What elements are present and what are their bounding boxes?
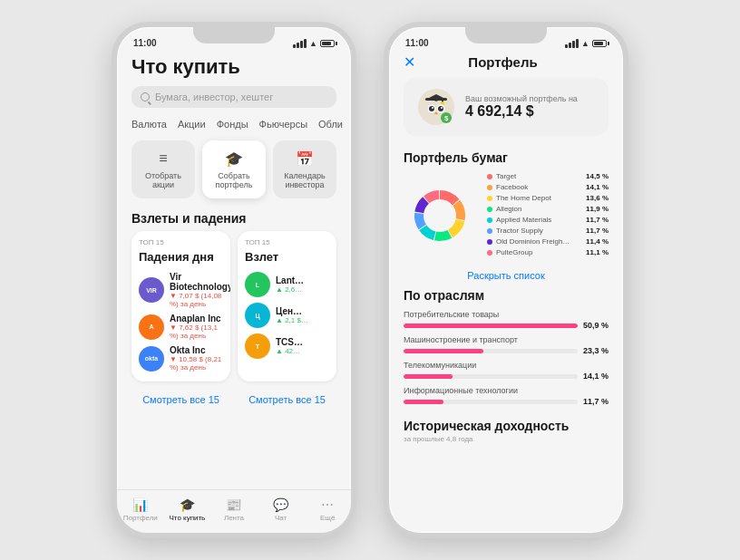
stock-item-r0[interactable]: L Lant… ▲ 2,6…: [245, 269, 329, 300]
status-icons-1: ▲: [293, 39, 335, 48]
anaplan-info: Anaplan Inc ▼ 7,62 $ (13,1 %) за день: [170, 314, 223, 340]
filter-futures[interactable]: Фьючерсы: [259, 119, 307, 130]
vir-logo: VIR: [139, 277, 164, 303]
legend-pct-4: 11,7 %: [586, 216, 609, 224]
legend-name-5: Tractor Supply: [496, 227, 582, 235]
lant-info: Lant… ▲ 2,6…: [276, 275, 329, 294]
legend-dot-0: [487, 174, 492, 179]
sectors-title: По отраслям: [404, 288, 609, 303]
legend-pct-1: 14,1 %: [586, 183, 609, 191]
okta-change: ▼ 10,58 $ (8,21 %) за день: [170, 355, 223, 372]
vir-change: ▼ 7,07 $ (14,08 %) за день: [170, 292, 223, 308]
stock-item-2[interactable]: okta Okta Inc ▼ 10,58 $ (8,21 %) за день: [139, 343, 223, 374]
legend-name-7: PulteGroup: [496, 248, 582, 256]
stock-item-r1[interactable]: Ц Цен… ▲ 2,1 $…: [245, 300, 329, 331]
phone1-header: Что купить Бумага, инвестор, хештег: [117, 50, 351, 115]
see-all-rises[interactable]: Смотреть все 15: [238, 389, 336, 410]
signal-icon: [293, 39, 307, 48]
legend-name-2: The Home Depot: [496, 194, 582, 202]
donut-chart: [404, 179, 476, 252]
legend-name-6: Old Dominion Freigh…: [496, 237, 582, 246]
nav-chat[interactable]: 💬 Чат: [258, 497, 305, 522]
close-button[interactable]: ✕: [404, 53, 415, 71]
owl-avatar: $: [416, 87, 456, 127]
time-2: 11:00: [405, 38, 429, 48]
nav-more[interactable]: ⋯ Ещё: [304, 497, 351, 522]
pick-stocks-icon: ≡: [152, 150, 174, 168]
nav-chat-label: Чат: [275, 514, 287, 522]
anaplan-change: ▼ 7,62 $ (13,1 %) за день: [170, 323, 223, 340]
sector-2: Телекоммуникации 14,1 %: [404, 361, 609, 381]
phone2-header: ✕ Портфель: [389, 50, 623, 78]
status-icons-2: ▲: [565, 39, 607, 48]
legend-dot-1: [487, 185, 492, 190]
filter-funds[interactable]: Фонды: [217, 119, 248, 130]
anaplan-logo: A: [139, 314, 164, 340]
phone-1: 11:00 ▲ Что купить Бумага, инвестор, хеш…: [112, 22, 356, 538]
search-bar[interactable]: Бумага, инвестор, хештег: [131, 86, 336, 108]
filter-bonds[interactable]: Обли: [318, 119, 343, 130]
more-nav-icon: ⋯: [321, 497, 334, 512]
legend-dot-5: [487, 228, 492, 234]
legend-dot-2: [487, 196, 492, 201]
sector-bar-row-1: 23,3 %: [404, 346, 609, 355]
action-calendar[interactable]: 📅 Календарь инвестора: [273, 140, 336, 198]
action-pick-stocks[interactable]: ≡ Отобрать акции: [131, 140, 195, 198]
tcs-logo: T: [245, 333, 270, 359]
sector-3: Информационные технологии 11,7 %: [404, 386, 609, 406]
cen-change: ▲ 2,1 $…: [276, 316, 329, 324]
sector-label-1: Машиностроение и транспорт: [404, 335, 609, 344]
legend-name-3: Allegion: [496, 205, 582, 213]
lant-change: ▲ 2,6…: [276, 285, 329, 294]
expand-link[interactable]: Раскрыть список: [389, 266, 623, 288]
sector-pct-1: 23,3 %: [583, 346, 609, 355]
nav-tape-label: Лента: [224, 514, 244, 522]
sector-bar-fill-0: [404, 323, 578, 328]
anaplan-name: Anaplan Inc: [170, 314, 223, 323]
stock-cards-row: ТОП 15 Падения дня VIR Vir Biotechnology…: [117, 231, 351, 389]
sector-bar-fill-2: [404, 374, 453, 379]
filter-tabs: Валюта Акции Фонды Фьючерсы Обли: [117, 115, 351, 137]
legend-6: Old Dominion Freigh… 11,4 %: [487, 237, 609, 246]
legend-1: Facebook 14,1 %: [487, 183, 609, 191]
legend-pct-2: 13,6 %: [586, 194, 609, 202]
rises-card: ТОП 15 Взлет L Lant… ▲ 2,6… Ц Цен… ▲ 2,1…: [238, 231, 336, 381]
legend-pct-5: 11,7 %: [586, 227, 609, 235]
action-build-portfolio[interactable]: 🎓 Собрать портфель: [202, 140, 266, 198]
legend-dot-4: [487, 217, 492, 223]
nav-tape[interactable]: 📰 Лента: [210, 497, 258, 522]
tcs-change: ▲ 42…: [276, 347, 329, 355]
sector-bar-row-0: 50,9 %: [404, 321, 609, 330]
see-all-falls[interactable]: Смотреть все 15: [131, 389, 230, 410]
donut-section: Target 14,5 % Facebook 14,1 % The Home D…: [389, 172, 623, 266]
stock-item-0[interactable]: VIR Vir Biotechnology ▼ 7,07 $ (14,08 %)…: [139, 269, 223, 311]
page-title-2: Портфель: [415, 54, 590, 70]
tape-nav-icon: 📰: [226, 497, 241, 512]
nav-buy[interactable]: 🎓 Что купить: [164, 497, 211, 522]
legend-5: Tractor Supply 11,7 %: [487, 227, 609, 235]
sector-pct-2: 14,1 %: [583, 372, 609, 381]
search-icon: [141, 92, 150, 101]
nav-portfolio[interactable]: 📊 Портфели: [117, 497, 164, 522]
stock-item-1[interactable]: A Anaplan Inc ▼ 7,62 $ (13,1 %) за день: [139, 311, 223, 343]
nav-buy-label: Что купить: [169, 514, 205, 522]
sector-bar-bg-3: [404, 400, 578, 404]
svg-point-8: [438, 106, 443, 111]
sector-bar-bg-0: [404, 323, 578, 328]
okta-logo: okta: [139, 346, 164, 372]
filter-currency[interactable]: Валюта: [131, 119, 167, 130]
legend-name-4: Applied Materials: [496, 216, 582, 224]
filter-stocks[interactable]: Акции: [178, 119, 206, 130]
time-1: 11:00: [133, 38, 157, 48]
sector-0: Потребительские товары 50,9 %: [404, 310, 609, 330]
battery-icon: [320, 40, 335, 47]
portfolio-nav-icon: 📊: [132, 497, 148, 512]
page-title-1: Что купить: [131, 55, 336, 79]
sector-label-3: Информационные технологии: [404, 386, 609, 395]
cen-name: Цен…: [276, 306, 329, 316]
notch: [193, 27, 275, 43]
nav-portfolio-label: Портфели: [123, 514, 158, 522]
legend-3: Allegion 11,9 %: [487, 205, 609, 213]
stock-item-r2[interactable]: T TCS… ▲ 42…: [245, 331, 329, 362]
falls-card: ТОП 15 Падения дня VIR Vir Biotechnology…: [131, 231, 230, 381]
